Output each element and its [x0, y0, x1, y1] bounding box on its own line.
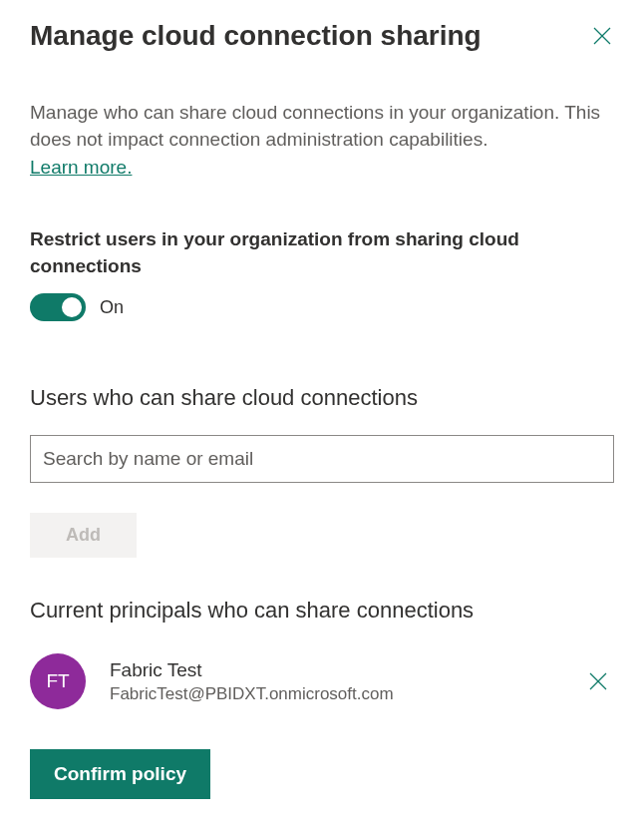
remove-principal-button[interactable]	[586, 669, 610, 693]
close-button[interactable]	[590, 24, 614, 48]
confirm-policy-button[interactable]: Confirm policy	[30, 749, 210, 799]
avatar: FT	[30, 653, 86, 709]
close-icon	[593, 27, 611, 45]
close-icon	[589, 672, 607, 690]
toggle-knob	[62, 297, 82, 317]
restrict-toggle-state: On	[100, 297, 124, 318]
learn-more-link[interactable]: Learn more.	[30, 157, 132, 179]
dialog-description: Manage who can share cloud connections i…	[30, 100, 614, 153]
dialog-title: Manage cloud connection sharing	[30, 20, 482, 52]
restrict-toggle-row: On	[30, 293, 614, 321]
principal-email: FabricTest@PBIDXT.onmicrosoft.com	[110, 683, 586, 705]
principal-row: FT Fabric Test FabricTest@PBIDXT.onmicro…	[30, 653, 614, 709]
principal-info: Fabric Test FabricTest@PBIDXT.onmicrosof…	[110, 658, 586, 705]
restrict-toggle[interactable]	[30, 293, 86, 321]
search-input[interactable]	[30, 435, 614, 483]
dialog-header: Manage cloud connection sharing	[30, 20, 614, 52]
add-button[interactable]: Add	[30, 513, 137, 558]
principals-section-title: Current principals who can share connect…	[30, 598, 614, 624]
restrict-toggle-label: Restrict users in your organization from…	[30, 226, 614, 279]
principal-name: Fabric Test	[110, 658, 586, 683]
users-section-title: Users who can share cloud connections	[30, 385, 614, 411]
